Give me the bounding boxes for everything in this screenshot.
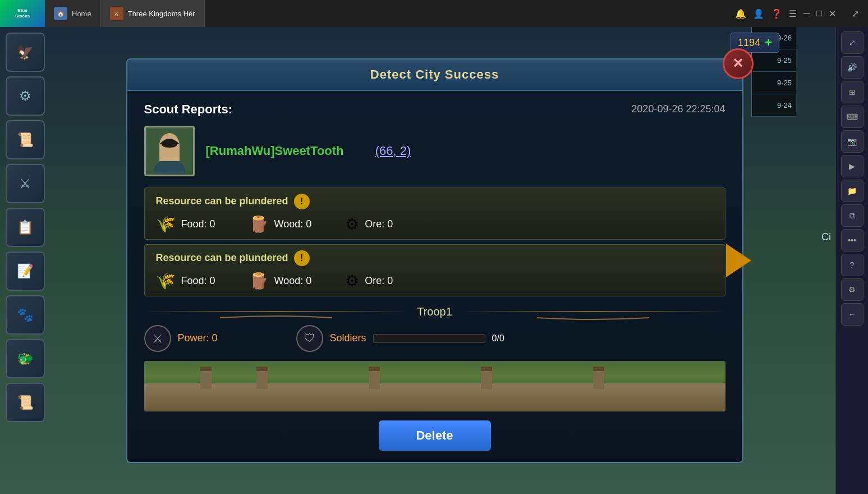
tab-home[interactable]: 🏠 Home [45, 0, 101, 27]
keyboard-button[interactable]: ⌨ [841, 106, 864, 128]
resource-header-text-1: Resource can be plundered [156, 195, 288, 207]
food-icon-1: 🌾 [156, 215, 176, 234]
expand-icon[interactable]: ⤢ [852, 8, 859, 19]
soldiers-icon: 🛡 [296, 325, 323, 352]
home-tab-icon: 🏠 [54, 7, 67, 20]
delete-button[interactable]: Delete [379, 420, 491, 451]
bluestacks-right-sidebar: ⤢ 🔊 ⊞ ⌨ 📷 ▶ 📁 ⧉ ••• ? ⚙ ← [835, 27, 868, 494]
power-stat: ⚔ Power: 0 [144, 325, 218, 352]
nav-arrow[interactable] [726, 244, 751, 277]
modal-overlay: Detect City Success ✕ Scout Reports: 202… [0, 27, 835, 494]
power-icon: ⚔ [144, 325, 171, 352]
soldiers-label: Soldiers [330, 332, 366, 344]
avatar-image [147, 129, 192, 173]
preview-wall [144, 383, 725, 411]
wood-item-2: 🪵 Wood: 0 [249, 272, 312, 290]
preview-tower-1 [200, 367, 212, 389]
settings-sidebar-button[interactable]: ⚙ [841, 278, 864, 301]
resource-header-1: Resource can be plundered ! [156, 194, 714, 209]
bluestacks-topbar: BlueStacks 🏠 Home ⚔ Three Kingdoms Her 🔔… [0, 0, 868, 27]
preview-tower-5 [593, 367, 604, 389]
more-button[interactable]: ••• [841, 229, 864, 251]
wood-amount-1: Wood: 0 [274, 218, 312, 230]
scout-timestamp: 2020-09-26 22:25:04 [631, 103, 725, 115]
ore-icon-1: ⚙ [345, 215, 359, 234]
warning-icon-1: ! [294, 194, 310, 209]
resource-row-2: 🌾 Food: 0 🪵 Wood: 0 ⚙ Ore: 0 [156, 272, 714, 290]
ore-item-2: ⚙ Ore: 0 [345, 272, 393, 290]
scout-reports-label: Scout Reports: [144, 102, 233, 117]
soldier-bar [373, 334, 485, 343]
game-tab-icon: ⚔ [110, 7, 123, 20]
wood-icon-1: 🪵 [249, 215, 269, 234]
close-icon: ✕ [732, 56, 743, 71]
topbar-icons: 🔔 👤 ❓ ☰ ─ □ ✕ ⤢ [735, 8, 868, 19]
minimize-icon[interactable]: 🔔 [735, 8, 746, 19]
preview-tower-2 [256, 367, 268, 389]
soldiers-count: 0/0 [492, 333, 504, 344]
food-item-2: 🌾 Food: 0 [156, 272, 215, 290]
troop-stats-row: ⚔ Power: 0 🛡 Soldiers 0/0 [144, 325, 725, 352]
resource-section-1: Resource can be plundered ! 🌾 Food: 0 🪵 … [144, 187, 725, 240]
bluestacks-logo-text: BlueStacks [15, 8, 30, 19]
preview-landscape [144, 361, 725, 411]
wood-item-1: 🪵 Wood: 0 [249, 215, 312, 234]
food-amount-2: Food: 0 [181, 275, 215, 287]
scout-avatar [144, 126, 195, 176]
player-info: [RumahWu]SweetTooth (66, 2) [206, 144, 411, 158]
troop-header: Troop1 [144, 305, 725, 318]
grid-button[interactable]: ⊞ [841, 81, 864, 103]
capture-button[interactable]: 📷 [841, 130, 864, 153]
fullscreen-button[interactable]: ⤢ [841, 31, 864, 54]
player-guild-name: [RumahWu]SweetTooth [206, 144, 347, 158]
game-tab-label: Three Kingdoms Her [128, 10, 195, 18]
troop-divider-svg-left [220, 314, 332, 321]
wood-amount-2: Wood: 0 [274, 275, 312, 287]
tab-game[interactable]: ⚔ Three Kingdoms Her [101, 0, 205, 27]
troop-divider-svg-right [537, 314, 649, 321]
maximize-btn[interactable]: □ [816, 8, 822, 19]
ore-amount-1: Ore: 0 [365, 218, 393, 230]
troop-divider-right [461, 311, 725, 312]
folder-button[interactable]: 📁 [841, 180, 864, 202]
troop-label: Troop1 [417, 305, 452, 318]
food-item-1: 🌾 Food: 0 [156, 215, 215, 234]
minimize-btn[interactable]: ─ [803, 8, 810, 19]
food-amount-1: Food: 0 [181, 218, 215, 230]
close-btn[interactable]: ✕ [829, 8, 836, 19]
city-preview-image [144, 361, 725, 411]
record-button[interactable]: ▶ [841, 155, 864, 177]
preview-tower-4 [481, 367, 492, 389]
scout-info-row: [RumahWu]SweetTooth (66, 2) [144, 126, 725, 176]
account-icon[interactable]: 👤 [753, 8, 764, 19]
svg-point-5 [164, 143, 167, 147]
resource-header-2: Resource can be plundered ! [156, 250, 714, 266]
help-icon[interactable]: ❓ [771, 8, 782, 19]
ore-item-1: ⚙ Ore: 0 [345, 215, 393, 234]
copy-button[interactable]: ⧉ [841, 204, 864, 227]
detect-city-modal: Detect City Success ✕ Scout Reports: 202… [126, 58, 743, 463]
window-controls: 🔔 👤 ❓ ☰ ─ □ ✕ ⤢ [735, 8, 859, 19]
menu-icon[interactable]: ☰ [789, 8, 797, 19]
player-guild: [RumahWu] [206, 144, 275, 158]
soldiers-stat: 🛡 Soldiers 0/0 [296, 325, 725, 352]
modal-close-button[interactable]: ✕ [723, 48, 754, 79]
ore-amount-2: Ore: 0 [365, 275, 393, 287]
resource-row-1: 🌾 Food: 0 🪵 Wood: 0 ⚙ Ore: 0 [156, 215, 714, 234]
help-sidebar-button[interactable]: ? [841, 254, 864, 276]
modal-body: Scout Reports: 2020-09-26 22:25:04 [127, 91, 742, 462]
player-coords: (66, 2) [375, 144, 411, 158]
modal-title: Detect City Success [370, 67, 499, 81]
food-icon-2: 🌾 [156, 272, 176, 290]
scout-header: Scout Reports: 2020-09-26 22:25:04 [144, 102, 725, 117]
troop-section: Troop1 ⚔ Power: 0 [144, 305, 725, 411]
volume-button[interactable]: 🔊 [841, 56, 864, 79]
resource-header-text-2: Resource can be plundered [156, 252, 288, 264]
preview-tower-3 [369, 367, 380, 389]
back-button[interactable]: ← [841, 303, 864, 326]
bluestacks-logo: BlueStacks [0, 0, 45, 27]
ore-icon-2: ⚙ [345, 272, 359, 290]
wood-icon-2: 🪵 [249, 272, 269, 290]
warning-icon-2: ! [294, 250, 310, 266]
resource-section-2: Resource can be plundered ! 🌾 Food: 0 🪵 … [144, 244, 725, 296]
